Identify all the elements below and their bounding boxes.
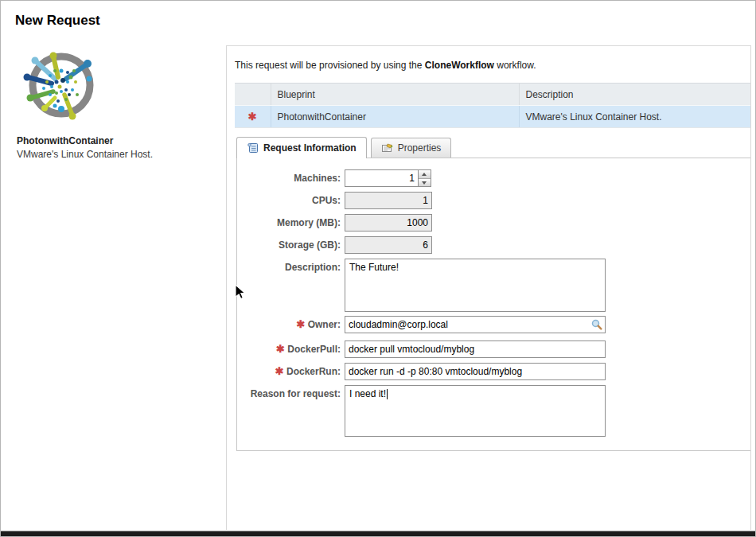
required-icon: ✱: [296, 318, 305, 330]
machines-label: Machines:: [237, 169, 341, 187]
required-icon: ✱: [275, 365, 284, 377]
provision-note: This request will be provisioned by usin…: [235, 60, 536, 71]
catalog-item-description: VMware's Linux Container Host.: [17, 149, 153, 160]
dockerpull-input[interactable]: [345, 340, 606, 358]
tab-bar: Request Information Properties: [236, 137, 750, 158]
blueprint-table-row[interactable]: ✱ PhotonwithContainer VMware's Linux Con…: [235, 106, 750, 128]
blueprint-column-header: Blueprint: [271, 84, 519, 106]
dockerrun-input[interactable]: [345, 363, 606, 380]
window-bottom-bar: [1, 531, 755, 536]
description-textarea[interactable]: The Future!: [345, 259, 606, 312]
owner-input[interactable]: [345, 316, 606, 333]
description-column-header: Description: [519, 84, 750, 106]
new-request-window: New Request: [0, 0, 756, 537]
description-label: Description:: [237, 259, 341, 276]
provision-note-prefix: This request will be provisioned by usin…: [235, 60, 425, 71]
photon-logo: [20, 47, 103, 126]
required-column-header: [235, 84, 271, 106]
description-cell: VMware's Linux Container Host.: [519, 106, 750, 128]
tab-request-information[interactable]: Request Information: [236, 137, 367, 158]
blueprint-table-header-row: Blueprint Description: [235, 84, 750, 106]
text-caret: [387, 389, 388, 399]
tab-request-information-label: Request Information: [263, 142, 357, 154]
reason-text: I need it!: [349, 388, 386, 399]
request-form-panel: This request will be provisioned by usin…: [226, 45, 751, 530]
dockerrun-label: ✱ DockerRun:: [237, 363, 341, 380]
memory-row: Memory (MB):: [237, 214, 432, 232]
machines-input[interactable]: [345, 169, 419, 187]
storage-input[interactable]: [345, 236, 432, 254]
workflow-name: CloneWorkflow: [425, 60, 494, 71]
machines-spinner: [419, 169, 431, 187]
catalog-item-panel: PhotonwithContainer VMware's Linux Conta…: [1, 1, 225, 530]
properties-form-icon: [381, 142, 394, 154]
catalog-item-name: PhotonwithContainer: [17, 135, 113, 146]
blueprint-table: Blueprint Description ✱ PhotonwithContai…: [235, 83, 750, 128]
memory-input[interactable]: [345, 214, 432, 232]
dockerrun-row: ✱ DockerRun:: [237, 363, 606, 380]
spinner-up-button[interactable]: [419, 170, 431, 179]
reason-textarea[interactable]: I need it!: [345, 385, 606, 437]
required-icon: ✱: [276, 343, 285, 355]
dockerpull-label: ✱ DockerPull:: [237, 340, 341, 358]
memory-label: Memory (MB):: [237, 214, 341, 232]
search-icon[interactable]: [590, 318, 603, 333]
blueprint-cell: PhotonwithContainer: [271, 106, 519, 128]
owner-row: ✱ Owner:: [237, 316, 606, 333]
reason-row: Reason for request: I need it!: [237, 385, 606, 437]
dockerpull-row: ✱ DockerPull:: [237, 340, 606, 358]
description-text: The Future!: [349, 262, 399, 273]
provision-note-suffix: workflow.: [494, 60, 536, 71]
tab-properties-label: Properties: [398, 142, 442, 154]
required-icon: ✱: [248, 111, 257, 123]
request-information-panel: Machines: CPUs: Memory (MB):: [236, 158, 750, 451]
storage-label: Storage (GB):: [237, 236, 341, 254]
cpus-row: CPUs:: [237, 192, 432, 209]
scroll-icon: [247, 142, 259, 154]
cpus-label: CPUs:: [237, 192, 341, 209]
reason-label: Reason for request:: [237, 385, 341, 403]
machines-row: Machines:: [237, 169, 431, 187]
owner-label: ✱ Owner:: [237, 316, 341, 333]
spinner-down-button[interactable]: [419, 179, 431, 187]
tab-properties[interactable]: Properties: [371, 138, 452, 158]
photon-logo-icon: [20, 47, 103, 126]
description-row: Description: The Future!: [237, 259, 606, 312]
cpus-input[interactable]: [345, 192, 432, 209]
storage-row: Storage (GB):: [237, 236, 432, 254]
